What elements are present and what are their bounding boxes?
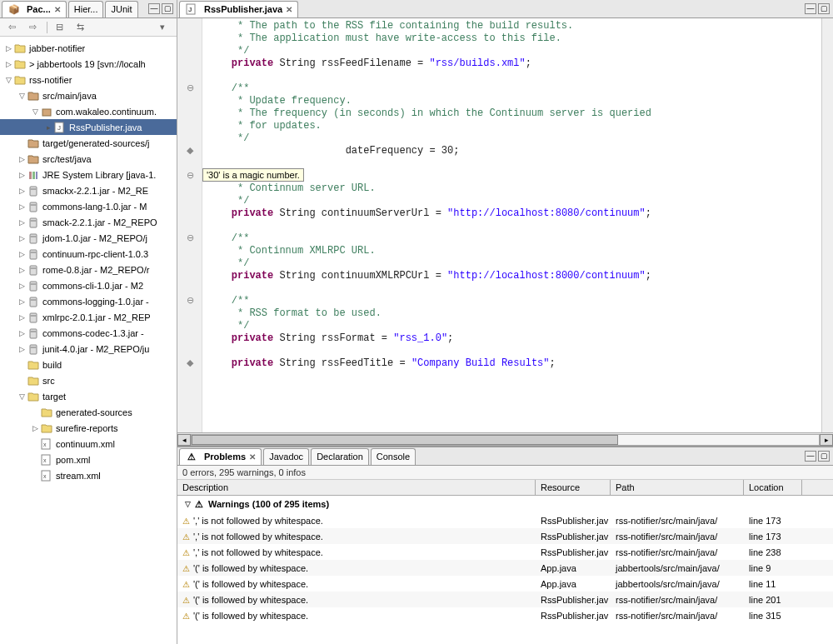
overview-ruler[interactable]	[821, 18, 833, 432]
minimize-button[interactable]: —	[805, 3, 816, 14]
tab-javadoc[interactable]: Javadoc	[263, 448, 309, 465]
tree-item[interactable]: ▷commons-cli-1.0.jar - M2	[0, 277, 177, 293]
view-menu-icon[interactable]: ▾	[156, 21, 169, 34]
expand-icon[interactable]: ▽	[30, 107, 40, 116]
tree-item[interactable]: ▷commons-lang-1.0.jar - M	[0, 198, 177, 214]
tree-item[interactable]: ▷smack-2.2.1.jar - M2_REPO	[0, 214, 177, 230]
tree-item[interactable]: ▷jabber-notifier	[0, 40, 177, 56]
link-editor-icon[interactable]: ⇆	[73, 21, 87, 34]
minimize-button[interactable]: —	[148, 3, 160, 14]
expand-icon[interactable]: ▷	[17, 250, 27, 258]
problem-row[interactable]: ⚠'(' is followed by whitespace.RssPublis…	[177, 607, 833, 623]
expand-icon[interactable]: ▷	[17, 282, 27, 290]
problem-row[interactable]: ⚠',' is not followed by whitespace.RssPu…	[177, 544, 833, 560]
tree-item[interactable]: ▷jdom-1.0.jar - M2_REPO/j	[0, 230, 177, 246]
tab-package-explorer[interactable]: 📦 Pac... ✕	[2, 1, 67, 17]
tree-item[interactable]: ▽src/main/java	[0, 87, 177, 103]
tree-item[interactable]: ▷rome-0.8.jar - M2_REPO/r	[0, 262, 177, 277]
tree-item[interactable]: ▷smackx-2.2.1.jar - M2_RE	[0, 182, 177, 198]
tab-hierarchy[interactable]: Hier...	[68, 1, 104, 17]
tree-item[interactable]: ▽com.wakaleo.continuum.	[0, 103, 177, 119]
column-location[interactable]: Location	[744, 480, 802, 495]
editor-gutter[interactable]: ⊖◆⊖⊖⊖◆	[177, 18, 202, 432]
code-content[interactable]: * The path to the RSS file containing th…	[202, 18, 821, 432]
tab-declaration[interactable]: Declaration	[311, 448, 369, 465]
problem-row[interactable]: ⚠'(' is followed by whitespace.App.javaj…	[177, 560, 833, 576]
expand-icon[interactable]: ▽	[17, 392, 27, 401]
tree-item[interactable]: ▷> jabbertools 19 [svn://localh	[0, 56, 177, 72]
maximize-button[interactable]: ▢	[818, 451, 830, 462]
problem-row[interactable]: ⚠'(' is followed by whitespace.RssPublis…	[177, 592, 833, 607]
expand-icon[interactable]: ▷	[17, 155, 27, 163]
problems-table[interactable]: Description Resource Path Location ▽ ⚠ W…	[177, 480, 833, 644]
gutter-marker[interactable]: ◆	[184, 357, 196, 369]
scroll-right-icon[interactable]: ▸	[820, 434, 833, 446]
back-icon[interactable]: ⇦	[5, 21, 18, 34]
maximize-button[interactable]: ▢	[818, 3, 830, 14]
expand-icon[interactable]: ▷	[17, 345, 27, 353]
gutter-marker[interactable]: ⊖	[184, 295, 196, 307]
expand-icon[interactable]: ▽	[182, 500, 192, 508]
tab-console[interactable]: Console	[371, 448, 416, 465]
horizontal-scrollbar[interactable]: ◂ ▸	[177, 432, 833, 446]
scroll-track[interactable]	[191, 434, 820, 446]
gutter-marker[interactable]: ⊖	[184, 170, 196, 182]
minimize-button[interactable]: —	[805, 451, 816, 462]
tree-item[interactable]: generated-sources	[0, 404, 177, 420]
expand-icon[interactable]: ▷	[3, 44, 13, 52]
expand-icon[interactable]: ▷	[17, 187, 27, 195]
tree-item[interactable]: xcontinuum.xml	[0, 436, 177, 452]
tree-item[interactable]: src	[0, 372, 177, 388]
column-resource[interactable]: Resource	[536, 480, 611, 495]
problem-row[interactable]: ⚠'(' is followed by whitespace.App.javaj…	[177, 576, 833, 592]
expand-icon[interactable]: ▷	[17, 202, 27, 211]
tree-item[interactable]: xpom.xml	[0, 452, 177, 467]
expand-icon[interactable]: ▽	[3, 76, 13, 84]
maximize-button[interactable]: ▢	[162, 3, 173, 14]
code-editor[interactable]: ⊖◆⊖⊖⊖◆ * The path to the RSS file contai…	[177, 18, 833, 432]
warnings-group[interactable]: ▽ ⚠ Warnings (100 of 295 items)	[177, 496, 833, 512]
tree-item[interactable]: ▽rss-notifier	[0, 72, 177, 87]
tree-item[interactable]: ▷xmlrpc-2.0.1.jar - M2_REP	[0, 309, 177, 325]
expand-icon[interactable]: ▷	[17, 313, 27, 322]
tree-item[interactable]: ▷continuum-rpc-client-1.0.3	[0, 246, 177, 262]
column-path[interactable]: Path	[611, 480, 744, 495]
expand-icon[interactable]: ▷	[17, 329, 27, 337]
gutter-marker[interactable]: ⊖	[184, 82, 196, 94]
tree-item[interactable]: build	[0, 357, 177, 372]
tree-item[interactable]: ▷JRE System Library [java-1.	[0, 167, 177, 182]
scroll-left-icon[interactable]: ◂	[177, 434, 191, 446]
expand-icon[interactable]: ▷	[17, 297, 27, 306]
expand-icon[interactable]: ▷	[17, 234, 27, 242]
tree-item[interactable]: xstream.xml	[0, 467, 177, 483]
problem-row[interactable]: ⚠',' is not followed by whitespace.RssPu…	[177, 512, 833, 528]
tree-item[interactable]: ▷src/test/java	[0, 151, 177, 167]
tab-problems[interactable]: ⚠ Problems ✕	[179, 448, 262, 465]
tree-item[interactable]: ▷junit-4.0.jar - M2_REPO/ju	[0, 341, 177, 357]
close-icon[interactable]: ✕	[249, 452, 256, 462]
forward-icon[interactable]: ⇨	[26, 21, 39, 34]
editor-tab-rsspublisher[interactable]: J RssPublisher.java ✕	[179, 1, 298, 17]
expand-icon[interactable]: ▽	[17, 92, 27, 100]
expand-icon[interactable]: ▷	[17, 266, 27, 274]
collapse-all-icon[interactable]: ⊟	[52, 21, 66, 34]
tree-item[interactable]: ▸JRssPublisher.java	[0, 119, 177, 135]
tree-item[interactable]: ▷commons-logging-1.0.jar -	[0, 293, 177, 309]
expand-icon[interactable]: ▷	[17, 171, 27, 179]
expand-icon[interactable]: ▷	[3, 60, 13, 68]
problem-row[interactable]: ⚠',' is not followed by whitespace.RssPu…	[177, 528, 833, 544]
scroll-thumb[interactable]	[192, 435, 618, 445]
tab-junit[interactable]: JUnit	[105, 1, 137, 17]
column-description[interactable]: Description	[177, 480, 536, 495]
tree-item[interactable]: ▷commons-codec-1.3.jar -	[0, 325, 177, 341]
gutter-marker[interactable]: ⊖	[184, 232, 196, 244]
expand-icon[interactable]: ▷	[30, 424, 40, 432]
tree-item[interactable]: target/generated-sources/j	[0, 135, 177, 151]
gutter-marker[interactable]: ◆	[184, 145, 196, 157]
tree-item[interactable]: ▷surefire-reports	[0, 420, 177, 436]
tree-item[interactable]: ▽target	[0, 388, 177, 404]
package-tree[interactable]: ▷jabber-notifier▷> jabbertools 19 [svn:/…	[0, 37, 177, 644]
expand-icon[interactable]: ▸	[43, 123, 53, 132]
close-icon[interactable]: ✕	[286, 5, 292, 14]
close-icon[interactable]: ✕	[54, 5, 61, 14]
